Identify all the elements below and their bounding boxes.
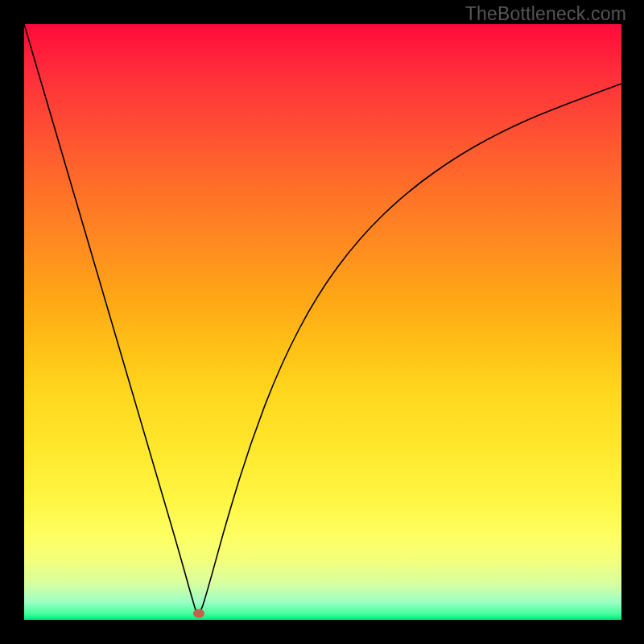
watermark-text: TheBottleneck.com [465, 3, 626, 25]
optimal-point-marker [193, 609, 204, 617]
bottleneck-curve [24, 24, 621, 620]
